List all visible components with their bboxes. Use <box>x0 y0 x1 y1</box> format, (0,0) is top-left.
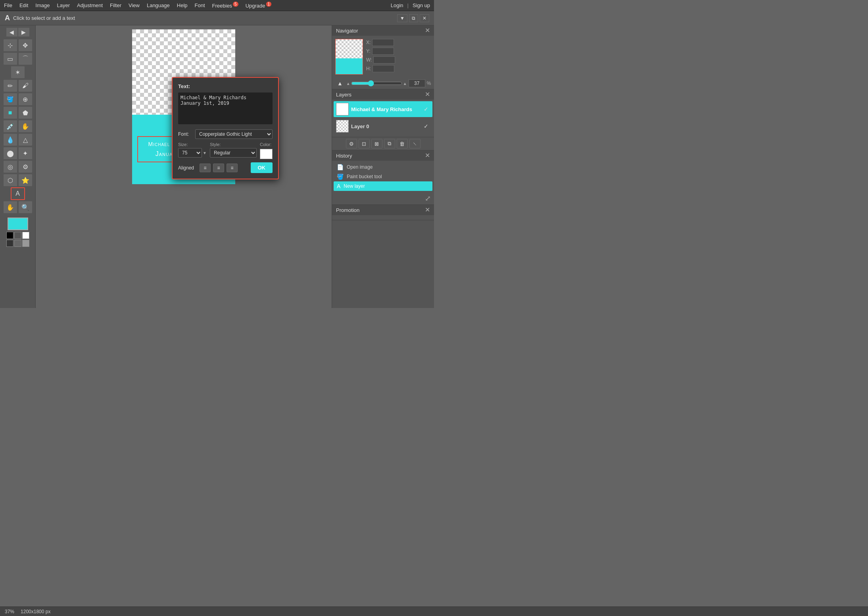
fx-tool[interactable]: ⭐ <box>18 174 33 187</box>
menu-file[interactable]: File <box>4 2 12 8</box>
menu-layer[interactable]: Layer <box>57 2 70 8</box>
layers-close-btn[interactable]: ✕ <box>425 91 430 98</box>
select-tool[interactable]: ✥ <box>18 39 33 52</box>
patch-tool[interactable]: ⚙ <box>18 160 33 173</box>
h-input[interactable] <box>373 65 394 72</box>
zoom-tool[interactable]: 🔍 <box>18 201 33 214</box>
navigator-close-btn[interactable]: ✕ <box>425 27 430 34</box>
layer-fx-btn[interactable]: ⊡ <box>359 139 370 148</box>
y-input[interactable] <box>372 48 394 55</box>
rect-select-tool[interactable]: ▭ <box>3 52 17 65</box>
nav-next-btn[interactable]: ▶ <box>18 28 29 37</box>
freebies-label: Freebies <box>212 3 232 9</box>
polygon-tool[interactable]: ⬡ <box>3 174 17 187</box>
history-item-0[interactable]: 📄 Open image <box>334 162 432 172</box>
upgrade-badge: 1 <box>266 2 272 7</box>
lasso-tool[interactable]: ⌒ <box>18 52 33 65</box>
text-tool[interactable]: A <box>11 187 25 200</box>
hand-tool2[interactable]: ✋ <box>18 120 33 133</box>
layers-title: Layers <box>336 92 351 98</box>
stamp-tool[interactable]: ⊕ <box>18 93 33 106</box>
document-canvas[interactable]: Michael & Mary Richards January 1st, 201… <box>132 29 235 184</box>
canvas-area[interactable]: Michael & Mary Richards January 1st, 201… <box>36 25 332 308</box>
primary-color-swatch[interactable] <box>8 218 28 230</box>
navigator-preview <box>335 39 363 75</box>
layer-settings-btn[interactable]: ⚙ <box>346 139 357 148</box>
eyedropper-tool[interactable]: 💉 <box>3 120 17 133</box>
menu-image[interactable]: Image <box>35 2 50 8</box>
layers-content: Michael & Mary Richards ✓ Layer 0 ✓ <box>332 100 434 137</box>
menu-view[interactable]: View <box>129 2 140 8</box>
swatch-gray2[interactable] <box>14 240 21 247</box>
align-right-btn[interactable]: ≡ <box>227 164 238 172</box>
menu-upgrade[interactable]: Upgrade1 <box>246 2 271 9</box>
blur-tool[interactable]: ✦ <box>18 147 33 160</box>
menu-edit[interactable]: Edit <box>19 2 28 8</box>
magic-wand-tool[interactable]: ✶ <box>11 66 25 79</box>
layer-duplicate-btn[interactable]: ⧉ <box>384 139 395 148</box>
menu-language[interactable]: Language <box>147 2 170 8</box>
swatch-black[interactable] <box>6 232 13 239</box>
w-input[interactable] <box>373 56 395 64</box>
pencil-tool[interactable]: ✏ <box>3 79 17 92</box>
toolbar-dropdown-btn[interactable]: ▼ <box>397 14 407 22</box>
aligned-label: Aligned <box>178 165 197 171</box>
smudge-tool[interactable]: △ <box>18 133 33 146</box>
menu-filter[interactable]: Filter <box>110 2 121 8</box>
history-label-1: Paint bucket tool <box>347 174 382 179</box>
menu-font[interactable]: Font <box>195 2 205 8</box>
swatch-white[interactable] <box>22 232 29 239</box>
x-input[interactable] <box>372 39 394 46</box>
signup-button[interactable]: Sign up <box>413 2 430 8</box>
zoom-input[interactable]: 37 <box>409 79 425 87</box>
swatch-darkgray[interactable] <box>14 232 21 239</box>
menu-adjustment[interactable]: Adjustment <box>77 2 103 8</box>
target-tool[interactable]: ◎ <box>3 160 17 173</box>
history-item-1[interactable]: 🪣 Paint bucket tool <box>334 172 432 181</box>
layer-item-1[interactable]: Layer 0 ✓ <box>334 118 432 134</box>
circle-tool[interactable]: ⬤ <box>3 147 17 160</box>
zoom-slider[interactable] <box>351 80 402 87</box>
ok-button[interactable]: OK <box>251 162 273 173</box>
swatch-gray1[interactable] <box>6 240 13 247</box>
layer-delete-btn[interactable]: 🗑 <box>397 139 408 148</box>
right-panel: Navigator ✕ X: Y: W: <box>332 25 434 308</box>
font-select[interactable]: Copperplate Gothic Light <box>195 129 273 139</box>
freebies-badge: 5 <box>233 2 238 7</box>
move-tool[interactable]: ⊹ <box>3 39 17 52</box>
shape-tool[interactable]: ⬟ <box>18 106 33 119</box>
paint-bucket-tool[interactable]: 🪣 <box>3 93 17 106</box>
text-input[interactable]: Michael & Mary Richards January 1st, 201… <box>178 92 273 124</box>
tool-options-bar: A Click to select or add a text ▼ ⧉ ✕ <box>0 11 434 25</box>
zoom-out-btn[interactable]: ▲ <box>335 79 345 87</box>
history-expand-btn[interactable]: ⤢ <box>425 194 431 202</box>
layer-item-0[interactable]: Michael & Mary Richards ✓ <box>334 101 432 117</box>
nav-prev-btn[interactable]: ◀ <box>6 28 17 37</box>
history-close-btn[interactable]: ✕ <box>425 152 430 159</box>
layer-mask-btn[interactable]: ⊠ <box>371 139 382 148</box>
layer-visible-0[interactable]: ✓ <box>424 106 430 112</box>
menu-bar: File Edit Image Layer Adjustment Filter … <box>0 0 434 11</box>
brush-tool[interactable]: 🖌 <box>18 79 33 92</box>
history-header: History ✕ <box>332 150 434 161</box>
menu-freebies[interactable]: Freebies5 <box>212 2 238 9</box>
toolbar-copy-btn[interactable]: ⧉ <box>409 14 418 22</box>
drop-tool[interactable]: 💧 <box>3 133 17 146</box>
rect-shape-tool[interactable]: ■ <box>3 106 17 119</box>
login-button[interactable]: Login <box>391 2 403 8</box>
history-item-2[interactable]: A New layer <box>334 181 432 191</box>
style-select[interactable]: Regular <box>210 148 257 158</box>
swatch-gray3[interactable] <box>22 240 29 247</box>
size-label: Size: <box>178 142 207 147</box>
layer-visible-1[interactable]: ✓ <box>424 123 430 129</box>
promotion-close-btn[interactable]: ✕ <box>425 207 430 213</box>
history-panel: History ✕ 📄 Open image 🪣 Paint bucket to… <box>332 150 434 205</box>
layer-add-btn[interactable]: ⟍ <box>409 139 421 148</box>
menu-help[interactable]: Help <box>177 2 188 8</box>
align-left-btn[interactable]: ≡ <box>200 164 211 172</box>
align-center-btn[interactable]: ≡ <box>213 164 224 172</box>
toolbar-close-btn[interactable]: ✕ <box>420 14 429 22</box>
size-select[interactable]: 75 <box>178 148 202 158</box>
color-swatch-dialog[interactable] <box>260 149 273 159</box>
hand-tool[interactable]: ✋ <box>3 201 17 214</box>
